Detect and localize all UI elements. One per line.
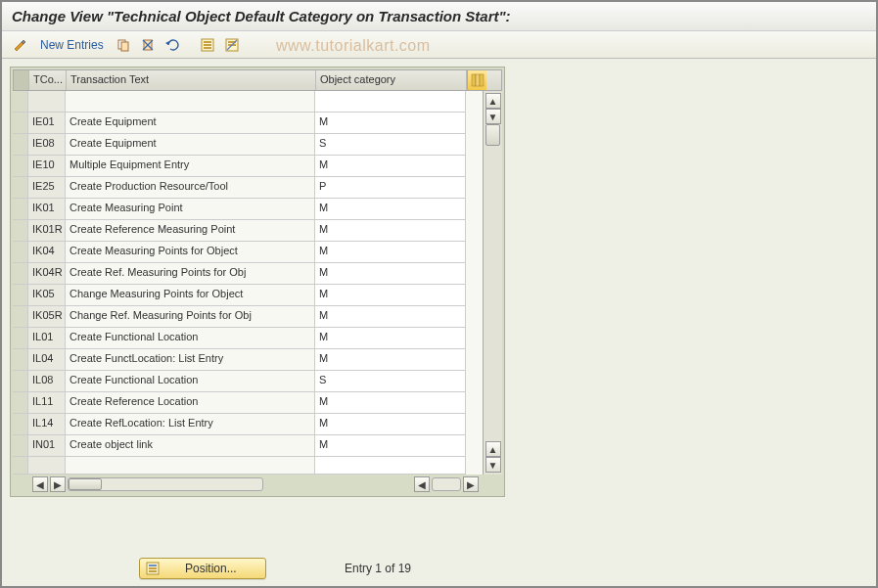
row-selector[interactable] xyxy=(13,177,28,199)
cell-category[interactable]: M xyxy=(315,199,466,220)
hscroll-track-right[interactable] xyxy=(432,477,461,491)
cell-tcode: IK05R xyxy=(28,306,66,328)
vertical-scrollbar[interactable]: ▲ ▼ ▲ ▼ xyxy=(483,91,502,475)
cell-ttext: Create Equipment xyxy=(66,113,315,134)
hscroll-left-icon[interactable]: ◀ xyxy=(32,476,48,492)
row-selector[interactable] xyxy=(13,371,28,392)
horizontal-scrollbar: ◀ ▶ ◀ ▶ xyxy=(13,475,502,494)
col-transaction-text[interactable]: Transaction Text xyxy=(67,70,316,90)
row-selector[interactable] xyxy=(13,349,28,371)
position-button[interactable]: Position... xyxy=(139,558,266,579)
cell-category[interactable]: M xyxy=(315,414,466,435)
vscroll-track[interactable] xyxy=(484,124,502,441)
cell-tcode: IL01 xyxy=(28,328,66,349)
configure-columns-icon[interactable] xyxy=(467,70,486,90)
cell-category xyxy=(315,91,466,113)
table-row: IL08Create Functional LocationS xyxy=(13,371,483,392)
page-title: Change View "Technical Object Default Ca… xyxy=(2,2,876,31)
position-icon xyxy=(146,562,160,575)
cell-category[interactable]: S xyxy=(315,134,466,156)
cell-category[interactable]: M xyxy=(315,435,466,457)
row-selector[interactable] xyxy=(13,134,28,156)
cell-tcode: IL08 xyxy=(28,371,66,392)
cell-ttext: Create RefLocation: List Entry xyxy=(66,414,315,435)
position-label: Position... xyxy=(185,562,237,575)
cell-tcode: IK04R xyxy=(28,263,66,285)
cell-ttext: Create Equipment xyxy=(66,134,315,156)
col-tcode[interactable]: TCo... xyxy=(29,70,67,90)
select-all-icon[interactable] xyxy=(197,34,218,56)
deselect-all-icon[interactable] xyxy=(221,34,243,56)
svg-rect-8 xyxy=(204,47,211,49)
hscroll-right-icon[interactable]: ▶ xyxy=(50,476,66,492)
table-row: IK01RCreate Reference Measuring PointM xyxy=(13,220,483,242)
table-row: IK04RCreate Ref. Measuring Points for Ob… xyxy=(13,263,483,285)
data-grid: TCo... Transaction Text Object category … xyxy=(10,67,505,497)
table-row: IE25Create Production Resource/ToolP xyxy=(13,177,483,199)
row-selector[interactable] xyxy=(13,156,28,177)
cell-category[interactable]: M xyxy=(315,242,466,263)
table-row: IE10Multiple Equipment EntryM xyxy=(13,156,483,177)
svg-rect-14 xyxy=(476,74,480,86)
row-selector[interactable] xyxy=(13,328,28,349)
delete-icon[interactable] xyxy=(137,34,159,56)
scroll-down2-icon[interactable]: ▼ xyxy=(485,457,501,473)
row-selector[interactable] xyxy=(13,306,28,328)
cell-tcode xyxy=(28,91,66,113)
row-selector[interactable] xyxy=(13,91,28,113)
row-selector[interactable] xyxy=(13,435,28,457)
row-selector[interactable] xyxy=(13,220,28,242)
copy-icon[interactable] xyxy=(113,34,134,56)
svg-rect-7 xyxy=(204,44,211,46)
row-selector[interactable] xyxy=(13,414,28,435)
cell-category[interactable]: S xyxy=(315,371,466,392)
cell-category[interactable]: M xyxy=(315,156,466,177)
cell-category[interactable]: P xyxy=(315,177,466,199)
scroll-up-icon[interactable]: ▲ xyxy=(485,93,501,109)
row-selector[interactable] xyxy=(13,285,28,306)
hscroll-right2-icon[interactable]: ▶ xyxy=(463,476,479,492)
svg-rect-1 xyxy=(121,42,128,51)
table-row: IE08Create EquipmentS xyxy=(13,134,483,156)
row-selector[interactable] xyxy=(13,199,28,220)
scroll-up2-icon[interactable]: ▲ xyxy=(485,441,501,457)
new-entries-button[interactable]: New Entries xyxy=(34,34,110,56)
vscroll-thumb[interactable] xyxy=(485,124,500,146)
cell-category[interactable]: M xyxy=(315,263,466,285)
cell-category[interactable]: M xyxy=(315,392,466,414)
cell-category[interactable]: M xyxy=(315,349,466,371)
row-selector[interactable] xyxy=(13,113,28,134)
cell-tcode: IK04 xyxy=(28,242,66,263)
grid-body: IE01Create EquipmentMIE08Create Equipmen… xyxy=(13,91,502,475)
cell-tcode: IK01 xyxy=(28,199,66,220)
table-row: IE01Create EquipmentM xyxy=(13,113,483,134)
col-select-all[interactable] xyxy=(14,70,29,90)
cell-category[interactable]: M xyxy=(315,285,466,306)
scroll-down-icon[interactable]: ▼ xyxy=(485,109,501,124)
cell-category[interactable]: M xyxy=(315,220,466,242)
toggle-change-icon[interactable] xyxy=(10,34,31,56)
table-row: IL01Create Functional LocationM xyxy=(13,328,483,349)
col-object-category[interactable]: Object category xyxy=(316,70,467,90)
hscroll-track-left[interactable] xyxy=(68,477,263,491)
entry-counter: Entry 1 of 19 xyxy=(345,562,411,575)
hscroll-left2-icon[interactable]: ◀ xyxy=(414,476,430,492)
cell-ttext: Create Functional Location xyxy=(66,371,315,392)
cell-ttext: Create Ref. Measuring Points for Obj xyxy=(66,263,315,285)
cell-ttext: Create Measuring Point xyxy=(66,199,315,220)
row-selector[interactable] xyxy=(13,392,28,414)
row-selector[interactable] xyxy=(13,242,28,263)
cell-category[interactable]: M xyxy=(315,113,466,134)
svg-rect-17 xyxy=(149,565,157,566)
cell-ttext: Multiple Equipment Entry xyxy=(66,156,315,177)
undo-icon[interactable] xyxy=(162,34,183,56)
hscroll-thumb[interactable] xyxy=(69,478,102,490)
cell-tcode: IE01 xyxy=(28,113,66,134)
cell-category[interactable]: M xyxy=(315,328,466,349)
row-selector[interactable] xyxy=(13,263,28,285)
svg-rect-6 xyxy=(204,41,211,43)
cell-tcode: IE25 xyxy=(28,177,66,199)
cell-category[interactable]: M xyxy=(315,306,466,328)
cell-ttext: Change Measuring Points for Object xyxy=(66,285,315,306)
cell-tcode: IE08 xyxy=(28,134,66,156)
